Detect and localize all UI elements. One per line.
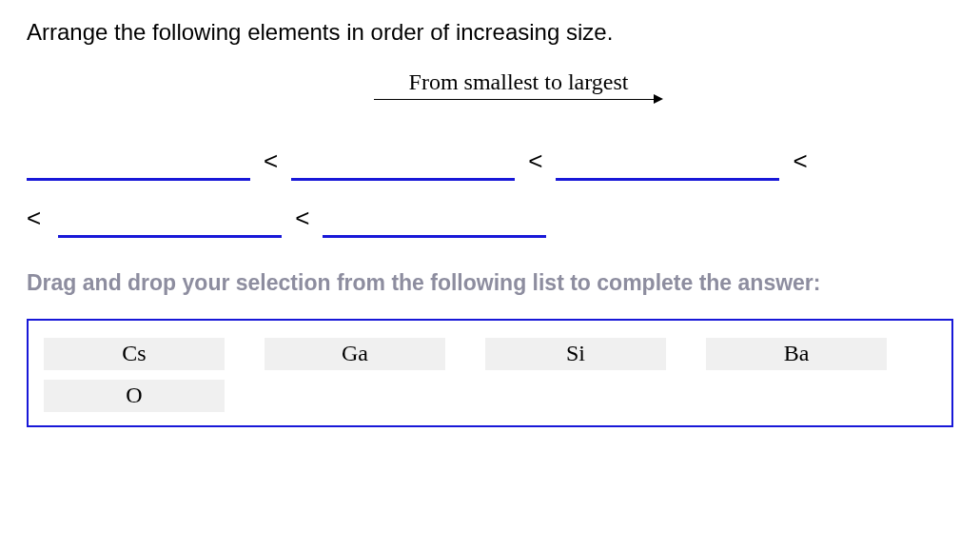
direction-indicator: From smallest to largest (84, 69, 953, 104)
less-than-symbol: < (528, 147, 542, 176)
answer-row-1: < < < (27, 147, 953, 181)
instruction-text: Drag and drop your selection from the fo… (27, 266, 953, 300)
direction-label: From smallest to largest (409, 69, 629, 95)
option-chip-cs[interactable]: Cs (44, 338, 225, 370)
answer-slot-3[interactable] (556, 147, 779, 181)
arrow-icon (84, 94, 953, 104)
answer-slot-4[interactable] (58, 205, 282, 238)
less-than-symbol: < (27, 204, 41, 233)
options-container: Cs Ga Si Ba O (27, 319, 953, 427)
option-chip-ga[interactable]: Ga (265, 338, 445, 370)
answer-slot-2[interactable] (291, 147, 515, 181)
less-than-symbol: < (793, 147, 807, 176)
question-text: Arrange the following elements in order … (27, 19, 953, 46)
option-chip-o[interactable]: O (44, 380, 225, 412)
answer-row-2: < < (27, 204, 953, 238)
option-chip-si[interactable]: Si (485, 338, 666, 370)
answer-slot-1[interactable] (27, 147, 250, 181)
less-than-symbol: < (264, 147, 278, 176)
answer-slot-5[interactable] (323, 205, 546, 238)
less-than-symbol: < (295, 204, 309, 233)
option-chip-ba[interactable]: Ba (706, 338, 887, 370)
